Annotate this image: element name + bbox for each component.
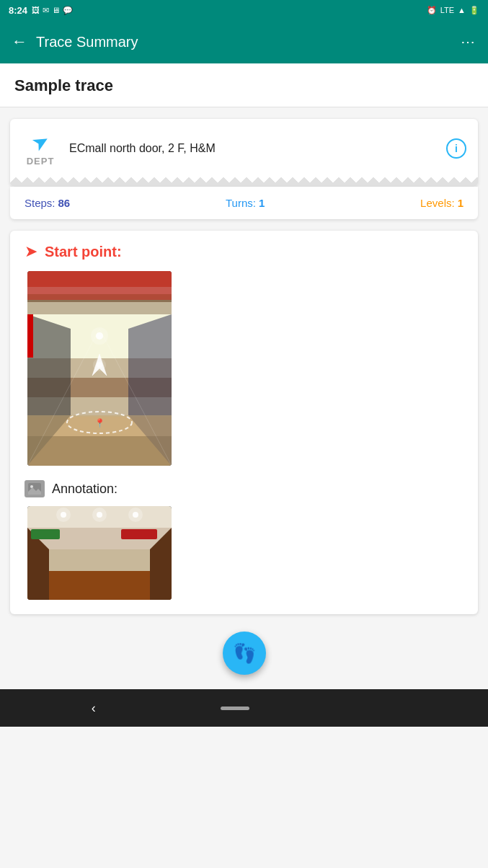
status-icons: 🖼 ✉ 🖥 💬 — [32, 6, 73, 15]
alarm-icon: ⏰ — [427, 6, 437, 15]
battery-icon: 🔋 — [469, 6, 479, 15]
levels-stat: Levels: 1 — [420, 197, 463, 209]
svg-point-27 — [92, 508, 107, 522]
annotation-svg — [27, 506, 172, 600]
steps-value: 86 — [58, 197, 71, 209]
svg-rect-0 — [27, 271, 172, 300]
turns-label: Turns: — [226, 197, 256, 209]
levels-label: Levels: — [420, 197, 455, 209]
nav-back-button[interactable]: ‹ — [92, 701, 96, 716]
email-icon: ✉ — [43, 6, 49, 15]
app-bar-title: Trace Summary — [36, 34, 138, 50]
image-icon-svg — [28, 483, 41, 495]
turns-value: 1 — [259, 197, 265, 209]
footprint-icon: 👣 — [233, 642, 256, 665]
status-time: 8:24 — [9, 5, 27, 16]
location-card-inner: ➤ DEPT ECmall north door, 2 F, H&M i — [10, 119, 478, 175]
location-text: ECmall north door, 2 F, H&M — [69, 142, 436, 155]
start-mall-image: 📍 — [27, 271, 172, 466]
dept-icon-wrap: ➤ DEPT — [22, 130, 59, 167]
fab-container: 👣 — [0, 632, 488, 675]
annotation-label: Annotation: — [52, 482, 117, 497]
screen-icon: 🖥 — [52, 6, 60, 14]
steps-label: Steps: — [25, 197, 56, 209]
annotation-image — [27, 506, 172, 600]
dept-label: DEPT — [27, 156, 55, 167]
details-card: ➤ Start point: — [10, 231, 478, 614]
annotation-header: Annotation: — [25, 480, 463, 497]
svg-rect-30 — [31, 529, 60, 539]
start-arrow-icon: ➤ — [25, 242, 37, 261]
corridor-svg: 📍 — [27, 271, 172, 466]
app-bar: ← Trace Summary ⋯ — [0, 20, 488, 63]
start-point-image: 📍 — [27, 271, 172, 466]
nav-bar: ‹ — [0, 689, 488, 727]
gallery-icon: 🖼 — [32, 6, 40, 14]
start-point-header: ➤ Start point: — [25, 242, 463, 261]
levels-value: 1 — [458, 197, 463, 209]
svg-rect-1 — [27, 300, 172, 314]
svg-point-8 — [91, 327, 108, 345]
status-bar-right: ⏰ LTE ▲ 🔋 — [427, 6, 479, 15]
start-point-label: Start point: — [45, 244, 122, 260]
app-bar-left: ← Trace Summary — [12, 32, 138, 51]
svg-point-25 — [56, 508, 71, 522]
lte-label: LTE — [440, 6, 454, 14]
back-button[interactable]: ← — [12, 32, 27, 51]
annotation-image-icon — [25, 480, 45, 497]
nav-home-button[interactable] — [221, 707, 249, 710]
footprint-fab[interactable]: 👣 — [223, 632, 266, 675]
turns-stat: Turns: 1 — [226, 197, 265, 209]
navigation-arrow-icon: ➤ — [27, 128, 53, 156]
status-bar-left: 8:24 🖼 ✉ 🖥 💬 — [9, 5, 73, 16]
info-button[interactable]: i — [446, 138, 466, 159]
svg-point-29 — [128, 508, 143, 522]
zigzag-divider — [10, 175, 478, 187]
location-card: ➤ DEPT ECmall north door, 2 F, H&M i — [10, 119, 478, 187]
steps-stat: Steps: 86 — [25, 197, 70, 209]
svg-rect-31 — [121, 529, 157, 539]
sample-trace-title: Sample trace — [14, 76, 113, 94]
main-content: Sample trace ➤ DEPT ECmall north door, 2… — [0, 63, 488, 675]
sample-trace-header: Sample trace — [0, 63, 488, 107]
more-options-button[interactable]: ⋯ — [461, 33, 476, 50]
chat-icon: 💬 — [63, 6, 73, 15]
signal-icon: ▲ — [458, 6, 466, 14]
svg-text:📍: 📍 — [94, 417, 105, 428]
svg-rect-14 — [27, 314, 33, 358]
status-bar: 8:24 🖼 ✉ 🖥 💬 ⏰ LTE ▲ 🔋 — [0, 0, 488, 20]
stats-card: Steps: 86 Turns: 1 Levels: 1 — [10, 187, 478, 219]
